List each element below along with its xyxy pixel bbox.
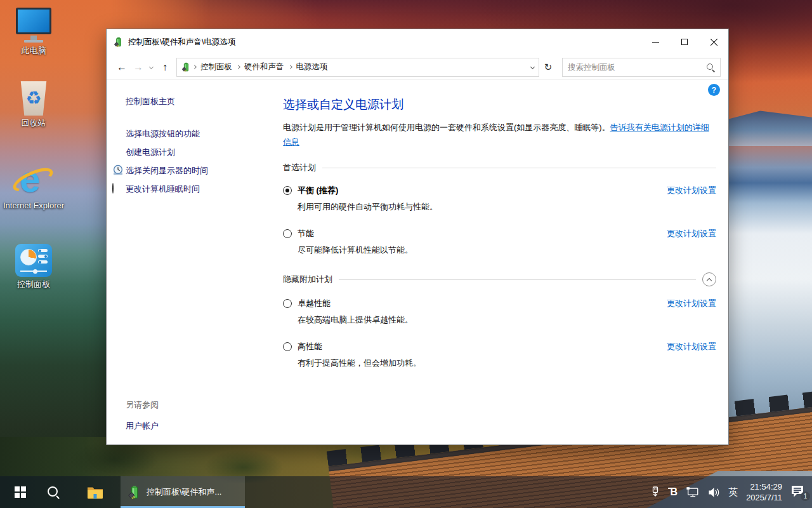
clock-time: 21:54:29 bbox=[746, 481, 782, 492]
hidden-plans: 卓越性能 在较高端电脑上提供卓越性能。 更改计划设置 高性能 有利于提高性能，但… bbox=[283, 298, 716, 369]
monitor-icon bbox=[16, 8, 51, 34]
clock-icon bbox=[112, 164, 124, 176]
see-also-title: 另请参阅 bbox=[126, 399, 159, 411]
section-header-hidden-plans: 隐藏附加计划 bbox=[283, 272, 716, 286]
desktop-icon-control-panel[interactable]: 控制面板 bbox=[3, 240, 65, 290]
network-icon[interactable] bbox=[686, 486, 700, 498]
title-bar[interactable]: 控制面板\硬件和声音\电源选项 bbox=[107, 29, 728, 55]
file-explorer-button[interactable] bbox=[79, 476, 112, 508]
close-button[interactable] bbox=[699, 29, 728, 55]
taskbar: 控制面板\硬件和声... B 英 21:5 bbox=[0, 476, 812, 508]
sidebar-task-list: 选择电源按钮的功能 创建电源计划 选择关闭显示器的 bbox=[107, 124, 283, 198]
collapse-section-button[interactable] bbox=[702, 272, 716, 286]
sidebar-item-label: 创建电源计划 bbox=[126, 147, 175, 157]
sidebar: 控制面板主页 选择电源按钮的功能 创建电源计划 bbox=[107, 80, 283, 446]
radio-power-saver[interactable] bbox=[283, 229, 292, 238]
address-bar[interactable]: 控制面板 硬件和声音 电源选项 bbox=[176, 58, 539, 77]
recycle-bin-icon: ♻ bbox=[3, 79, 65, 116]
sidebar-item-home[interactable]: 控制面板主页 bbox=[126, 96, 283, 107]
plan-name: 平衡 (推荐) bbox=[298, 185, 438, 196]
change-plan-settings-link[interactable]: 更改计划设置 bbox=[667, 298, 716, 309]
change-plan-settings-link[interactable]: 更改计划设置 bbox=[667, 228, 716, 239]
sidebar-item-power-buttons[interactable]: 选择电源按钮的功能 bbox=[107, 124, 283, 143]
radio-high-performance[interactable] bbox=[283, 342, 292, 351]
search-icon[interactable] bbox=[706, 63, 715, 72]
monitor-stand bbox=[30, 36, 37, 40]
notification-center-button[interactable]: 1 bbox=[790, 485, 806, 499]
desktop-icon-internet-explorer[interactable]: e Internet Explorer bbox=[3, 161, 65, 211]
search-icon bbox=[47, 486, 60, 498]
sidebar-item-label: 更改计算机睡眠时间 bbox=[126, 184, 200, 194]
plan-name: 节能 bbox=[298, 228, 413, 239]
plan-info: 节能 尽可能降低计算机性能以节能。 bbox=[298, 228, 413, 256]
forward-button[interactable]: → bbox=[131, 62, 146, 73]
main-content: 选择或自定义电源计划 电源计划是用于管理计算机如何使用电源的一套硬件和系统设置(… bbox=[283, 80, 728, 446]
this-pc-icon bbox=[3, 6, 65, 43]
bin-shape: ♻ bbox=[19, 81, 48, 116]
taskbar-search-button[interactable] bbox=[37, 476, 70, 508]
sidebar-item-label: 选择电源按钮的功能 bbox=[126, 129, 200, 138]
breadcrumb-hardware-sound[interactable]: 硬件和声音 bbox=[242, 62, 287, 72]
intro-body: 电源计划是用于管理计算机如何使用电源的一套硬件和系统设置(如显示器亮度、睡眠等)… bbox=[283, 123, 610, 132]
preferred-plans: 平衡 (推荐) 利用可用的硬件自动平衡功耗与性能。 更改计划设置 节能 尽可能降… bbox=[283, 185, 716, 256]
tray-app-b-icon[interactable]: B bbox=[669, 486, 678, 498]
toggle-glyph bbox=[38, 255, 48, 258]
minimize-button[interactable] bbox=[641, 29, 670, 55]
taskbar-task-control-panel[interactable]: 控制面板\硬件和声... bbox=[121, 476, 245, 508]
page-title: 选择或自定义电源计划 bbox=[283, 97, 716, 113]
task-label: 控制面板\硬件和声... bbox=[147, 486, 221, 498]
section-header-preferred-plans: 首选计划 bbox=[283, 162, 716, 173]
chevron-down-icon bbox=[148, 65, 153, 69]
back-button[interactable]: ← bbox=[113, 62, 131, 73]
sidebar-item-user-accounts[interactable]: 用户帐户 bbox=[126, 420, 159, 432]
up-button[interactable]: ↑ bbox=[156, 62, 174, 73]
window-controls bbox=[641, 29, 728, 55]
desktop-icon-recycle-bin[interactable]: ♻ 回收站 bbox=[3, 79, 65, 128]
intro-text: 电源计划是用于管理计算机如何使用电源的一套硬件和系统设置(如显示器亮度、睡眠等)… bbox=[283, 120, 716, 149]
sidebar-item-create-plan[interactable]: 创建电源计划 bbox=[107, 143, 283, 161]
refresh-button[interactable]: ↻ bbox=[539, 58, 557, 77]
plan-info: 卓越性能 在较高端电脑上提供卓越性能。 bbox=[298, 298, 413, 326]
plan-info: 高性能 有利于提高性能，但会增加功耗。 bbox=[298, 341, 421, 369]
internet-explorer-icon: e bbox=[3, 161, 65, 198]
recent-pages-button[interactable] bbox=[146, 65, 156, 69]
system-tray: B 英 21:54:29 2025/7/11 bbox=[650, 481, 812, 503]
radio-balanced[interactable] bbox=[283, 186, 292, 195]
plan-description: 利用可用的硬件自动平衡功耗与性能。 bbox=[298, 201, 438, 213]
plan-row-balanced: 平衡 (推荐) 利用可用的硬件自动平衡功耗与性能。 更改计划设置 bbox=[283, 185, 716, 213]
plan-description: 尽可能降低计算机性能以节能。 bbox=[298, 244, 413, 256]
window-title: 控制面板\硬件和声音\电源选项 bbox=[128, 37, 641, 48]
section-label: 首选计划 bbox=[283, 162, 316, 173]
ime-indicator[interactable]: 英 bbox=[728, 486, 738, 498]
desktop-icon-this-pc[interactable]: 此电脑 bbox=[3, 6, 65, 56]
forward-icon: → bbox=[133, 62, 143, 73]
chevron-right-icon bbox=[236, 65, 240, 69]
sidebar-item-label: 选择关闭显示器的时间 bbox=[126, 166, 208, 175]
sidebar-item-display-off-time[interactable]: 选择关闭显示器的时间 bbox=[107, 161, 283, 180]
breadcrumb-power-options[interactable]: 电源选项 bbox=[294, 62, 331, 72]
back-icon: ← bbox=[117, 62, 127, 73]
plan-info: 平衡 (推荐) 利用可用的硬件自动平衡功耗与性能。 bbox=[298, 185, 438, 213]
taskbar-clock[interactable]: 21:54:29 2025/7/11 bbox=[746, 481, 782, 503]
volume-icon[interactable] bbox=[708, 487, 720, 498]
maximize-icon bbox=[681, 39, 688, 45]
sidebar-item-sleep-time[interactable]: 更改计算机睡眠时间 bbox=[107, 180, 283, 198]
desktop-icon-label: 此电脑 bbox=[3, 46, 65, 56]
search-box[interactable] bbox=[562, 58, 721, 77]
radio-ultimate-performance[interactable] bbox=[283, 299, 292, 308]
change-plan-settings-link[interactable]: 更改计划设置 bbox=[667, 185, 716, 196]
change-plan-settings-link[interactable]: 更改计划设置 bbox=[667, 341, 716, 352]
ie-logo: e bbox=[13, 161, 54, 198]
control-panel-icon bbox=[3, 240, 65, 277]
usb-eject-icon[interactable] bbox=[650, 486, 660, 498]
power-options-icon bbox=[128, 485, 141, 499]
address-dropdown-icon[interactable] bbox=[530, 65, 535, 69]
section-label: 隐藏附加计划 bbox=[283, 274, 332, 285]
search-input[interactable] bbox=[568, 63, 706, 72]
start-button[interactable] bbox=[4, 476, 37, 508]
divider-line bbox=[322, 168, 716, 168]
slider-glyph bbox=[20, 271, 47, 272]
maximize-button[interactable] bbox=[670, 29, 699, 55]
breadcrumb-control-panel[interactable]: 控制面板 bbox=[198, 62, 235, 72]
minimize-icon bbox=[652, 42, 659, 43]
